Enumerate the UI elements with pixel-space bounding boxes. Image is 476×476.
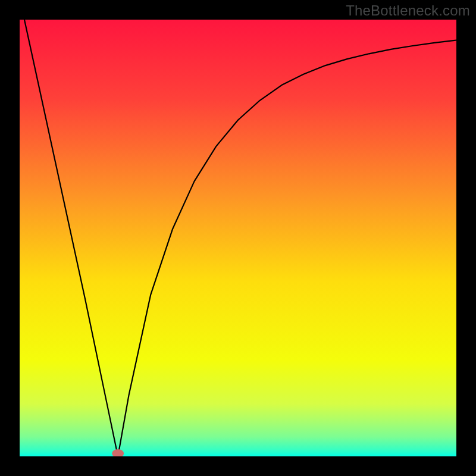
watermark-text: TheBottleneck.com xyxy=(346,2,470,19)
bottleneck-chart xyxy=(20,20,456,456)
chart-frame: TheBottleneck.com xyxy=(0,0,476,476)
gradient-field xyxy=(20,20,456,456)
